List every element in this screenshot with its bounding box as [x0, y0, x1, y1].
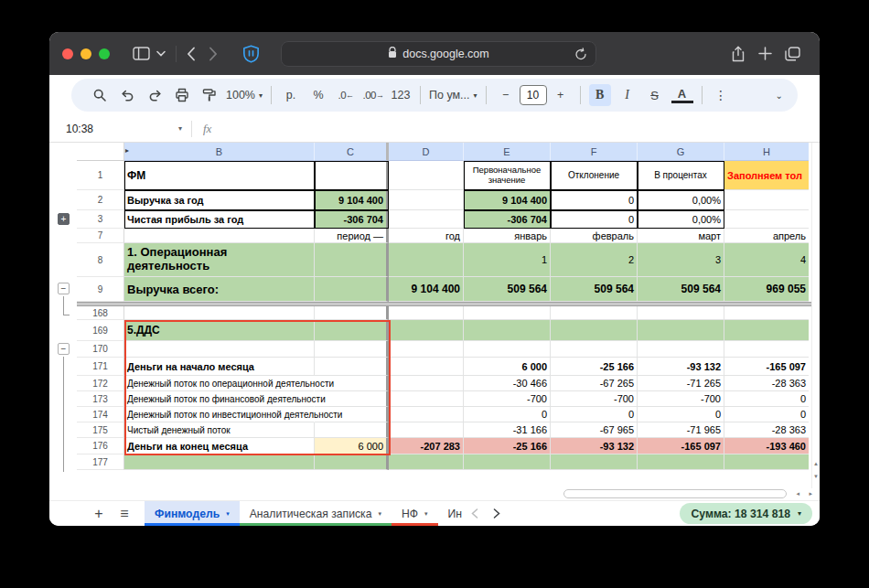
cell-E168[interactable] — [464, 306, 551, 320]
row-header-168[interactable]: 168 — [77, 306, 124, 320]
row-header-1[interactable]: 1 — [77, 161, 124, 190]
cell-C9[interactable] — [315, 277, 389, 302]
cell-F170[interactable] — [551, 341, 638, 358]
row-header-174[interactable]: 174 — [77, 407, 124, 422]
cell-E177[interactable] — [464, 454, 551, 470]
column-header-H[interactable]: H — [724, 143, 809, 161]
cell-B174[interactable]: Денежный поток по инвестиционной деятель… — [124, 407, 315, 422]
cell-C168[interactable] — [315, 306, 389, 320]
increase-decimals-button[interactable]: .00→ — [362, 84, 384, 106]
cell-B169[interactable]: 5.ДДС — [124, 320, 315, 341]
column-header-G[interactable]: G — [638, 143, 724, 161]
address-bar[interactable]: docs.google.com — [281, 41, 596, 67]
search-icon[interactable] — [89, 84, 111, 106]
sheet-tab-1[interactable]: Финмодель▾ — [145, 501, 240, 526]
cell-D170[interactable] — [389, 341, 464, 358]
cell-H3[interactable] — [724, 210, 809, 229]
grid-corner[interactable] — [77, 143, 124, 161]
row-header-175[interactable]: 175 — [77, 422, 124, 438]
row-header-171[interactable]: 171 — [77, 358, 124, 376]
cell-E175[interactable]: -31 166 — [464, 422, 551, 438]
cell-F2[interactable]: 0 — [551, 190, 638, 210]
cell-C171[interactable] — [315, 358, 389, 376]
cell-E172[interactable]: -30 466 — [464, 376, 551, 391]
cell-H9[interactable]: 969 055 — [724, 277, 809, 302]
row-header-177[interactable]: 177 — [77, 454, 124, 470]
row-header-169[interactable]: 169 — [77, 320, 124, 341]
cell-H7[interactable]: апрель — [724, 229, 809, 243]
cell-H169[interactable] — [724, 320, 809, 341]
cell-D171[interactable] — [389, 358, 464, 376]
cell-F174[interactable]: 0 — [551, 407, 638, 422]
cell-G176[interactable]: -165 097 — [638, 438, 724, 454]
cell-E1[interactable]: Первоначальное значение — [464, 161, 551, 190]
cell-F7[interactable]: февраль — [551, 229, 638, 243]
cell-D7[interactable]: год — [389, 229, 464, 243]
reload-button[interactable] — [574, 48, 587, 64]
cell-B7[interactable] — [124, 229, 315, 243]
bold-button[interactable]: B — [589, 84, 611, 106]
cell-C7[interactable]: период — — [315, 229, 389, 243]
cell-E173[interactable]: -700 — [464, 391, 551, 407]
cell-E171[interactable]: 6 000 — [464, 358, 551, 376]
number-format-button[interactable]: 123 — [390, 84, 412, 106]
cell-F173[interactable]: -700 — [551, 391, 638, 407]
cell-F1[interactable]: Отклонение — [551, 161, 638, 190]
cell-G169[interactable] — [638, 320, 724, 341]
cell-G177[interactable] — [638, 454, 724, 470]
cell-D2[interactable] — [389, 190, 464, 210]
forward-button[interactable] — [209, 47, 218, 61]
share-button[interactable] — [731, 46, 746, 62]
cell-G1[interactable]: В процентах — [638, 161, 724, 190]
cell-D177[interactable] — [389, 454, 464, 470]
cell-F172[interactable]: -67 265 — [551, 376, 638, 391]
cell-D175[interactable] — [389, 422, 464, 438]
cell-E3[interactable]: -306 704 — [464, 210, 551, 229]
cell-D3[interactable] — [389, 210, 464, 229]
print-button[interactable] — [171, 84, 193, 106]
row-header-172[interactable]: 172 — [77, 376, 124, 391]
cell-C1[interactable] — [315, 161, 389, 190]
cell-B3[interactable]: Чистая прибыль за год — [124, 210, 315, 229]
cell-H172[interactable]: -28 363 — [724, 376, 809, 391]
cell-D176[interactable]: -207 283 — [389, 438, 464, 454]
cell-G172[interactable]: -71 265 — [638, 376, 724, 391]
cell-C175[interactable] — [315, 422, 389, 438]
italic-button[interactable]: I — [617, 84, 638, 106]
zoom-window-button[interactable] — [99, 48, 110, 59]
cell-G2[interactable]: 0,00% — [638, 190, 724, 210]
cell-B168[interactable] — [124, 306, 315, 320]
undo-button[interactable] — [116, 84, 138, 106]
cell-G168[interactable] — [638, 306, 724, 320]
row-header-3[interactable]: 3 — [77, 210, 124, 229]
scroll-down-arrow-icon[interactable]: ▼ — [812, 474, 820, 479]
sidebar-toggle-icon[interactable] — [133, 47, 150, 60]
cell-B170[interactable] — [124, 341, 315, 358]
cell-D173[interactable] — [389, 391, 464, 407]
cell-H175[interactable]: -28 363 — [724, 422, 809, 438]
name-box[interactable]: 10:38 ▾ — [59, 123, 191, 135]
cell-E176[interactable]: -25 166 — [464, 438, 551, 454]
row-header-8[interactable]: 8 — [77, 243, 124, 277]
cell-B177[interactable] — [124, 454, 315, 470]
cell-G175[interactable]: -71 965 — [638, 422, 724, 438]
cell-G8[interactable]: 3 — [638, 243, 724, 277]
currency-format-button[interactable]: р. — [280, 84, 302, 106]
percent-format-button[interactable]: % — [307, 84, 329, 106]
decrease-font-size-button[interactable]: − — [495, 84, 517, 106]
scroll-right-arrow-icon[interactable]: ▸ — [809, 490, 812, 497]
cell-G173[interactable]: -700 — [638, 391, 724, 407]
cell-F171[interactable]: -25 166 — [551, 358, 638, 376]
cell-B172[interactable]: Денежный поток по операционной деятельно… — [124, 376, 315, 391]
font-size-input[interactable]: 10 — [520, 85, 547, 105]
cell-C3[interactable]: -306 704 — [315, 210, 389, 229]
cell-H8[interactable]: 4 — [724, 243, 809, 277]
cell-H171[interactable]: -165 097 — [724, 358, 809, 376]
cell-B176[interactable]: Деньги на конец месяца — [124, 438, 315, 454]
cell-C176[interactable]: 6 000 — [315, 438, 389, 454]
row-header-9[interactable]: 9 — [77, 277, 124, 302]
cell-D168[interactable] — [389, 306, 464, 320]
cell-B1[interactable]: ФМ — [124, 161, 315, 190]
cell-G171[interactable]: -93 132 — [638, 358, 724, 376]
cell-C170[interactable] — [315, 341, 389, 358]
